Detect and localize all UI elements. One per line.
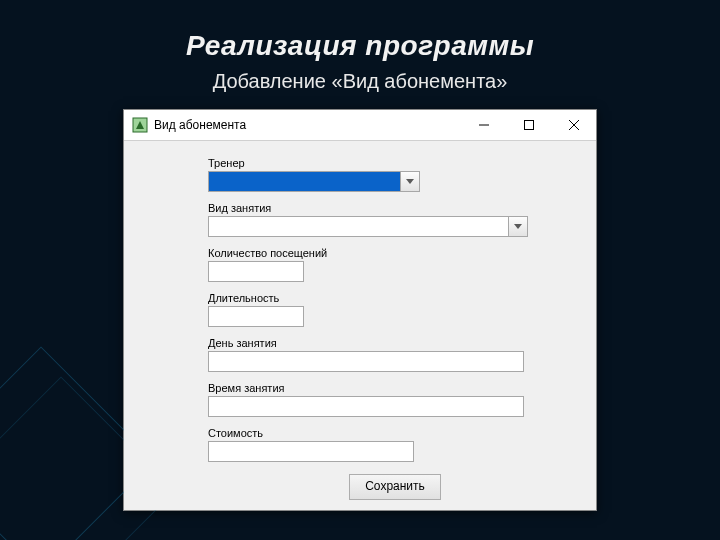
app-icon [132, 117, 148, 133]
trainer-label: Тренер [208, 157, 582, 169]
slide-title: Реализация программы [0, 30, 720, 62]
window-titlebar: Вид абонемента [124, 110, 596, 141]
activity-type-label: Вид занятия [208, 202, 582, 214]
chevron-down-icon [508, 217, 527, 236]
duration-label: Длительность [208, 292, 582, 304]
chevron-down-icon [400, 172, 419, 191]
app-window: Вид абонемента Тренер Вид занятия [123, 109, 597, 511]
svg-rect-1 [524, 121, 533, 130]
day-input[interactable] [208, 351, 524, 372]
activity-type-value [209, 217, 508, 236]
duration-input[interactable] [208, 306, 304, 327]
save-button[interactable]: Сохранить [349, 474, 441, 500]
trainer-combobox[interactable] [208, 171, 420, 192]
minimize-button[interactable] [461, 110, 506, 140]
maximize-button[interactable] [506, 110, 551, 140]
slide-subtitle: Добавление «Вид абонемента» [0, 70, 720, 93]
activity-type-combobox[interactable] [208, 216, 528, 237]
cost-label: Стоимость [208, 427, 582, 439]
window-title: Вид абонемента [154, 118, 246, 132]
time-label: Время занятия [208, 382, 582, 394]
day-label: День занятия [208, 337, 582, 349]
visits-label: Количество посещений [208, 247, 582, 259]
cost-input[interactable] [208, 441, 414, 462]
time-input[interactable] [208, 396, 524, 417]
close-button[interactable] [551, 110, 596, 140]
trainer-value [209, 172, 400, 191]
visits-input[interactable] [208, 261, 304, 282]
window-client-area: Тренер Вид занятия Количество посещений … [124, 141, 596, 510]
